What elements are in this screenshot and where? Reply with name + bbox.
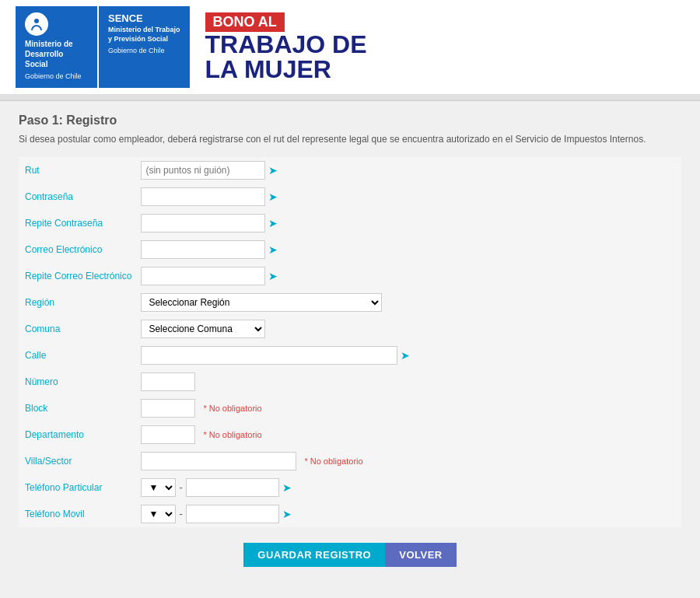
label-telefono-particular: Teléfono Particular bbox=[19, 474, 135, 501]
input-cell-region: Seleccionar Región bbox=[135, 289, 416, 316]
buttons-row: GUARDAR REGISTRO VOLVER bbox=[19, 543, 681, 567]
input-cell-calle: ➤ bbox=[135, 342, 416, 369]
input-cell-telefono-particular: ▼ - ➤ bbox=[135, 474, 416, 501]
row-villa: Villa/Sector * No obligatorio bbox=[19, 448, 416, 474]
calle-icon[interactable]: ➤ bbox=[401, 349, 410, 362]
row-rut: Rut ➤ bbox=[19, 157, 416, 184]
correo-input[interactable] bbox=[141, 240, 265, 259]
row-correo: Correo Electrónico ➤ bbox=[19, 236, 416, 263]
mds-line2: Desarrollo bbox=[25, 49, 63, 59]
block-input[interactable] bbox=[141, 399, 195, 418]
departamento-input[interactable] bbox=[141, 425, 195, 444]
label-numero: Número bbox=[19, 369, 135, 395]
rut-icon[interactable]: ➤ bbox=[268, 164, 278, 177]
sence-line1: Ministerio del Trabajo bbox=[108, 26, 180, 35]
repite-correo-icon[interactable]: ➤ bbox=[268, 270, 278, 282]
input-cell-repite-correo: ➤ bbox=[135, 263, 416, 289]
row-telefono-movil: Teléfono Movil ▼ - ➤ bbox=[19, 501, 416, 527]
input-cell-correo: ➤ bbox=[135, 236, 416, 263]
villa-input-group: * No obligatorio bbox=[141, 452, 410, 470]
correo-icon[interactable]: ➤ bbox=[268, 243, 278, 256]
rut-input-group: ➤ bbox=[141, 161, 410, 180]
departamento-not-required: * No obligatorio bbox=[203, 430, 261, 439]
telefono-particular-icon[interactable]: ➤ bbox=[282, 481, 292, 494]
repite-correo-input[interactable] bbox=[141, 267, 265, 285]
block-not-required: * No obligatorio bbox=[203, 404, 261, 413]
bono-banner: BONO AL TRABAJO DE LA MUJER bbox=[199, 9, 373, 85]
sence-line2: y Previsión Social bbox=[108, 35, 168, 44]
comuna-select[interactable]: Seleccione Comuna bbox=[141, 320, 265, 338]
bono-prefix: BONO AL bbox=[205, 12, 285, 32]
label-repite-contrasena: Repite Contraseña bbox=[19, 210, 135, 236]
repite-contrasena-input[interactable] bbox=[141, 214, 265, 233]
row-region: Región Seleccionar Región bbox=[19, 289, 416, 316]
label-calle: Calle bbox=[19, 342, 135, 369]
contrasena-input[interactable] bbox=[141, 187, 265, 206]
label-block: Block bbox=[19, 395, 135, 421]
telefono-particular-prefix[interactable]: ▼ bbox=[141, 478, 176, 497]
input-cell-block: * No obligatorio bbox=[135, 395, 416, 421]
label-comuna: Comuna bbox=[19, 316, 135, 342]
repite-contrasena-icon[interactable]: ➤ bbox=[268, 217, 278, 229]
input-cell-telefono-movil: ▼ - ➤ bbox=[135, 501, 416, 527]
repite-contrasena-input-group: ➤ bbox=[141, 214, 410, 233]
label-correo: Correo Electrónico bbox=[19, 236, 135, 263]
svg-point-0 bbox=[34, 19, 39, 23]
numero-input[interactable] bbox=[141, 372, 195, 391]
telefono-movil-prefix[interactable]: ▼ bbox=[141, 505, 176, 523]
telefono-particular-group: ▼ - ➤ bbox=[141, 478, 410, 497]
row-repite-contrasena: Repite Contraseña ➤ bbox=[19, 210, 416, 236]
mds-line3: Social bbox=[25, 59, 47, 69]
label-contrasena: Contraseña bbox=[19, 184, 135, 210]
scrollbar bbox=[0, 95, 700, 101]
input-cell-repite-contrasena: ➤ bbox=[135, 210, 416, 236]
phone-separator-1: - bbox=[179, 481, 182, 493]
departamento-input-group: * No obligatorio bbox=[141, 425, 410, 444]
region-select[interactable]: Seleccionar Región bbox=[141, 293, 382, 312]
phone-separator-2: - bbox=[179, 508, 182, 519]
main-content: Paso 1: Registro Si desea postular como … bbox=[0, 101, 700, 595]
correo-input-group: ➤ bbox=[141, 240, 410, 259]
villa-not-required: * No obligatorio bbox=[304, 456, 362, 466]
row-telefono-particular: Teléfono Particular ▼ - ➤ bbox=[19, 474, 416, 501]
bono-line1: TRABAJO DE bbox=[205, 32, 367, 57]
block-input-group: * No obligatorio bbox=[141, 399, 410, 418]
header: Ministerio de Desarrollo Social Gobierno… bbox=[0, 0, 700, 95]
logo-sence: SENCE Ministerio del Trabajo y Previsión… bbox=[97, 6, 190, 88]
form-table: Rut ➤ Contraseña bbox=[19, 157, 416, 527]
sence-gov: Gobierno de Chile bbox=[108, 47, 165, 56]
label-telefono-movil: Teléfono Movil bbox=[19, 501, 135, 527]
mds-gov: Gobierno de Chile bbox=[25, 72, 82, 82]
input-cell-rut: ➤ bbox=[135, 157, 416, 184]
villa-input[interactable] bbox=[141, 452, 296, 470]
rut-input[interactable] bbox=[141, 161, 265, 180]
telefono-particular-input[interactable] bbox=[186, 478, 279, 497]
label-villa: Villa/Sector bbox=[19, 448, 135, 474]
step-description: Si desea postular como empleador, deberá… bbox=[19, 134, 681, 145]
telefono-movil-input[interactable] bbox=[186, 505, 279, 523]
row-comuna: Comuna Seleccione Comuna bbox=[19, 316, 416, 342]
row-repite-correo: Repite Correo Electrónico ➤ bbox=[19, 263, 416, 289]
logo-mds: Ministerio de Desarrollo Social Gobierno… bbox=[16, 6, 97, 88]
input-cell-departamento: * No obligatorio bbox=[135, 421, 416, 448]
contrasena-icon[interactable]: ➤ bbox=[268, 191, 278, 203]
input-cell-numero bbox=[135, 369, 416, 395]
label-repite-correo: Repite Correo Electrónico bbox=[19, 263, 135, 289]
save-button[interactable]: GUARDAR REGISTRO bbox=[243, 543, 385, 567]
input-cell-comuna: Seleccione Comuna bbox=[135, 316, 416, 342]
bono-line2: LA MUJER bbox=[205, 57, 367, 82]
step-title: Paso 1: Registro bbox=[19, 114, 681, 128]
back-button[interactable]: VOLVER bbox=[385, 543, 457, 567]
calle-input-group: ➤ bbox=[141, 346, 410, 365]
label-region: Región bbox=[19, 289, 135, 316]
header-logos: Ministerio de Desarrollo Social Gobierno… bbox=[16, 6, 190, 88]
mds-emblem bbox=[25, 12, 48, 36]
contrasena-input-group: ➤ bbox=[141, 187, 410, 206]
page-wrapper: Ministerio de Desarrollo Social Gobierno… bbox=[0, 0, 700, 598]
input-cell-villa: * No obligatorio bbox=[135, 448, 416, 474]
row-calle: Calle ➤ bbox=[19, 342, 416, 369]
telefono-movil-group: ▼ - ➤ bbox=[141, 505, 410, 523]
calle-input[interactable] bbox=[141, 346, 397, 365]
mds-line1: Ministerio de bbox=[25, 39, 73, 49]
telefono-movil-icon[interactable]: ➤ bbox=[282, 508, 292, 520]
